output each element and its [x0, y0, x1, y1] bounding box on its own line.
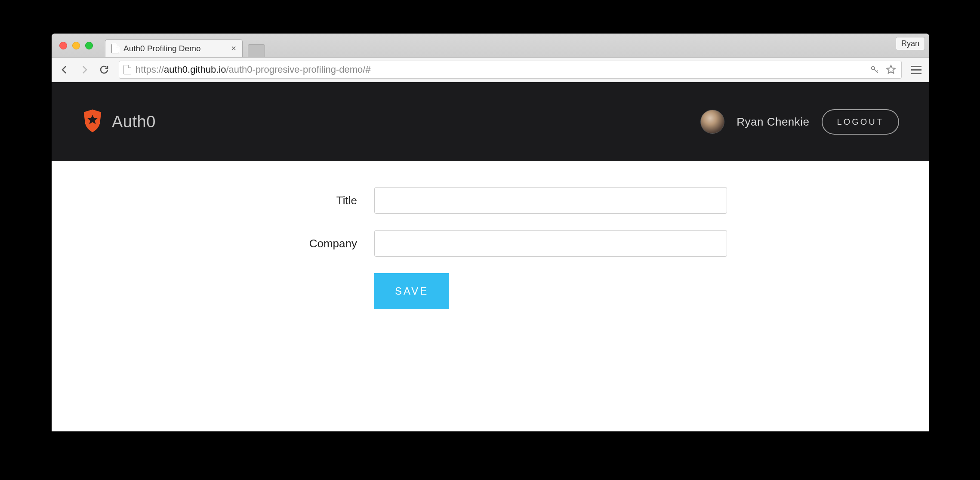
- profile-form: Title Company SAVE: [254, 187, 727, 309]
- app-header: Auth0 Ryan Chenkie LOGOUT: [52, 82, 929, 161]
- url-scheme: https://: [136, 64, 164, 75]
- form-actions: SAVE: [254, 273, 727, 309]
- forward-button[interactable]: [76, 61, 93, 78]
- window-controls: [52, 34, 101, 57]
- close-window-button[interactable]: [59, 42, 67, 49]
- company-input[interactable]: [374, 230, 727, 257]
- form-row-company: Company: [254, 230, 727, 257]
- site-info-icon[interactable]: [123, 65, 131, 74]
- logout-button[interactable]: LOGOUT: [822, 109, 899, 135]
- url-text: https://auth0.github.io/auth0-progresive…: [136, 64, 864, 75]
- auth0-shield-icon: [82, 109, 103, 135]
- minimize-window-button[interactable]: [72, 42, 80, 49]
- browser-tab[interactable]: Auth0 Profiling Demo ×: [105, 39, 243, 57]
- brand-name: Auth0: [112, 113, 156, 131]
- reload-button[interactable]: [96, 61, 113, 78]
- back-button[interactable]: [56, 61, 73, 78]
- save-button[interactable]: SAVE: [374, 273, 449, 309]
- address-bar[interactable]: https://auth0.github.io/auth0-progresive…: [119, 61, 902, 79]
- key-icon[interactable]: [869, 64, 881, 76]
- svg-point-0: [872, 67, 875, 70]
- close-tab-icon[interactable]: ×: [231, 43, 236, 53]
- bookmark-star-icon[interactable]: [885, 64, 897, 76]
- page-icon: [111, 44, 119, 53]
- new-tab-button[interactable]: [248, 44, 265, 57]
- page-body: Title Company SAVE: [52, 161, 929, 431]
- username: Ryan Chenkie: [737, 115, 809, 129]
- chrome-profile-badge[interactable]: Ryan: [896, 37, 925, 50]
- url-host: auth0.github.io: [164, 64, 226, 75]
- tab-title: Auth0 Profiling Demo: [123, 44, 227, 53]
- company-label: Company: [254, 237, 374, 250]
- chrome-toolbar: https://auth0.github.io/auth0-progresive…: [52, 57, 929, 82]
- chrome-menu-button[interactable]: [908, 66, 925, 74]
- brand[interactable]: Auth0: [82, 109, 156, 135]
- browser-window: Auth0 Profiling Demo × Ryan https://auth…: [52, 34, 929, 431]
- url-path: /auth0-progresive-profiling-demo/#: [226, 64, 370, 75]
- title-input[interactable]: [374, 187, 727, 214]
- chrome-tabbar: Auth0 Profiling Demo × Ryan: [52, 34, 929, 57]
- header-right: Ryan Chenkie LOGOUT: [700, 109, 899, 135]
- avatar[interactable]: [700, 110, 724, 134]
- maximize-window-button[interactable]: [85, 42, 93, 49]
- form-row-title: Title: [254, 187, 727, 214]
- title-label: Title: [254, 194, 374, 207]
